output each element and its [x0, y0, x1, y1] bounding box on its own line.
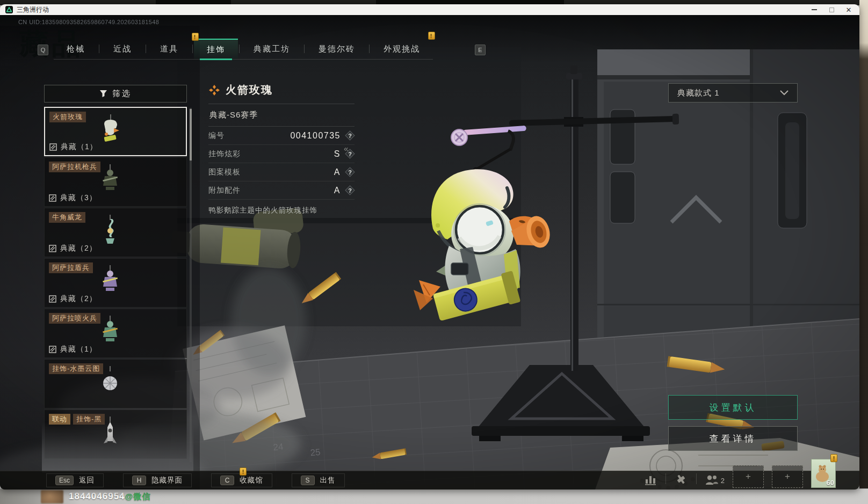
tab-外观挑战[interactable]: ! 外观挑战	[371, 39, 433, 59]
stream-watermark: 1844046954@微信	[69, 491, 150, 502]
collection-count-label: 典藏（2）	[60, 294, 97, 304]
empty-slot-button[interactable]: +	[733, 465, 764, 488]
collection-count-label: 典藏（1）	[61, 142, 98, 152]
tab-枪械[interactable]: 枪械	[54, 39, 98, 59]
tab-separator	[369, 45, 370, 53]
minimize-button[interactable]	[806, 4, 823, 15]
scrollbar-thumb[interactable]	[190, 109, 192, 160]
detail-row-label: 附加配件	[208, 186, 241, 195]
filter-funnel-icon	[99, 90, 107, 98]
desktop-footer: 1844046954@微信	[0, 488, 868, 504]
status-tray: 2 + + 60 !	[643, 459, 836, 488]
window-controls: ✕	[806, 4, 857, 15]
collection-list-item[interactable]: 阿萨拉盾兵	[44, 258, 187, 308]
bar-chart-icon	[644, 473, 657, 486]
help-icon[interactable]: ?	[345, 186, 355, 195]
key-hint-q: Q	[38, 45, 48, 55]
detail-row-value: S	[334, 149, 341, 159]
item-tags: 挂饰-水墨云图	[49, 363, 103, 374]
collection-stamp-icon	[49, 245, 56, 252]
collection-list-item[interactable]: 阿萨拉机枪兵	[44, 157, 187, 207]
key-chip: Esc	[55, 476, 74, 485]
tab-label: 道具	[160, 44, 178, 54]
tab-separator	[304, 45, 305, 53]
key-chip: S	[301, 476, 315, 485]
list-scrollbar[interactable]	[190, 108, 192, 462]
item-tags: 阿萨拉机枪兵	[49, 162, 100, 172]
alert-badge-icon: !	[192, 33, 199, 41]
key-chip: H	[132, 476, 146, 485]
charm-thumbnail	[98, 215, 122, 250]
charm-thumbnail	[98, 316, 122, 351]
stats-button[interactable]	[643, 472, 657, 486]
collection-list-item[interactable]: 联动挂饰-黑	[44, 410, 187, 459]
item-name-badge: 阿萨拉盾兵	[49, 262, 93, 273]
set-default-button[interactable]: 设置默认	[668, 395, 798, 420]
filter-button[interactable]: 筛选	[44, 85, 187, 103]
item-title: 火箭玫瑰	[226, 83, 273, 97]
panel-collapse-handle[interactable]: «	[344, 144, 348, 153]
collection-count: 典藏（2）	[49, 244, 97, 253]
alert-badge-icon: !	[428, 32, 435, 40]
collection-list-item[interactable]: 阿萨拉喷火兵	[44, 309, 187, 358]
tab-label: 曼德尔砖	[319, 44, 355, 54]
detail-rows: 编号 004100735 ? 挂饰炫彩 S ? 图案模板 A ? 附加配件 A …	[208, 127, 355, 200]
detail-panel: 火箭玫瑰 典藏-S6赛季 编号 004100735 ? 挂饰炫彩 S ? 图案模…	[208, 83, 355, 215]
key-hint-e: E	[475, 45, 486, 55]
shortcut-label: 返回	[79, 476, 95, 485]
shortcut[interactable]: H 隐藏界面	[123, 473, 192, 487]
title-bar: 三角洲行动 ✕	[0, 4, 859, 15]
shortcut-label: 隐藏界面	[151, 476, 183, 485]
style-dropdown[interactable]: 典藏款式 1	[668, 83, 798, 103]
collection-count: 典藏（1）	[49, 345, 97, 354]
item-tags: 牛角威龙	[49, 212, 85, 223]
alert-badge-icon: !	[240, 468, 247, 476]
detail-row-value: A	[334, 167, 341, 177]
item-tags: 阿萨拉喷火兵	[49, 313, 100, 324]
friends-count: 2	[721, 477, 725, 485]
empty-slot-button[interactable]: +	[772, 465, 803, 488]
charm-thumbnail	[99, 114, 122, 150]
tab-曼德尔砖[interactable]: 曼德尔砖	[306, 39, 368, 59]
collection-count-label: 典藏（2）	[60, 244, 97, 253]
shortcut[interactable]: Esc 返回	[46, 473, 104, 487]
tab-道具[interactable]: 道具	[147, 39, 191, 59]
view-details-button[interactable]: 查看详情	[668, 426, 798, 451]
shortcut[interactable]: ! C 收藏馆	[211, 473, 272, 487]
alert-badge-icon: !	[830, 454, 837, 462]
tab-挂饰[interactable]: ! 挂饰	[194, 39, 238, 59]
tab-row: 枪械 近战 道具 ! 挂饰 典藏工坊 曼德尔砖 ! 外观挑战	[54, 39, 433, 59]
collection-count: 典藏（2）	[49, 294, 97, 304]
maximize-button[interactable]	[823, 4, 840, 15]
tab-label: 近战	[113, 44, 132, 54]
collection-count-label: 典藏（3）	[60, 193, 97, 203]
detail-header: 火箭玫瑰	[208, 83, 355, 104]
charm-thumbnail	[98, 164, 122, 200]
tab-近战[interactable]: 近战	[100, 39, 144, 59]
background-right-strip	[859, 0, 868, 504]
collection-list-item[interactable]: 挂饰-水墨云图	[44, 359, 187, 408]
collection-stamp-icon	[49, 295, 56, 303]
help-icon[interactable]: ?	[345, 167, 355, 177]
auction-button[interactable]	[674, 472, 688, 486]
item-card-button[interactable]: 60 !	[811, 459, 836, 488]
close-button[interactable]: ✕	[840, 4, 857, 15]
item-name-badge: 阿萨拉机枪兵	[49, 162, 100, 172]
tray-separator	[666, 473, 666, 484]
plus-icon: +	[746, 471, 751, 482]
detail-row-value: 004100735	[290, 131, 341, 141]
detail-row-label: 编号	[208, 131, 225, 141]
item-tags: 火箭玫瑰	[49, 112, 86, 122]
friends-button[interactable]: 2	[705, 473, 725, 486]
detail-row: 挂饰炫彩 S ?	[208, 145, 355, 163]
collection-diamond-icon	[208, 84, 220, 96]
collection-list-item[interactable]: 火箭玫瑰	[44, 107, 187, 156]
collection-list-item[interactable]: 牛角威龙	[44, 208, 187, 257]
help-icon[interactable]: ?	[345, 131, 355, 140]
item-name-badge: 火箭玫瑰	[49, 112, 86, 122]
window-title: 三角洲行动	[17, 5, 49, 14]
tab-典藏工坊[interactable]: 典藏工坊	[241, 39, 303, 59]
detail-row: 编号 004100735 ?	[208, 127, 355, 145]
shortcut[interactable]: S 出售	[292, 473, 345, 487]
tab-separator	[239, 45, 240, 53]
